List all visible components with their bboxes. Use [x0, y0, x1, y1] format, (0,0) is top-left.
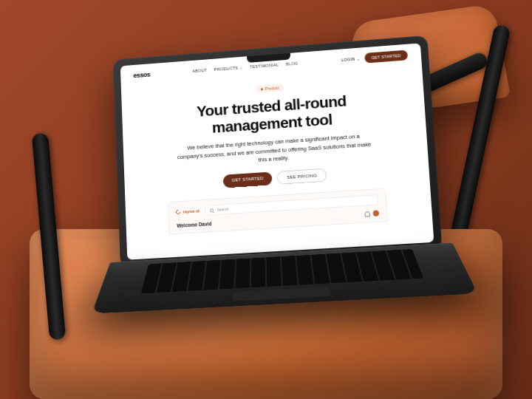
laptop: essos ABOUT PRODUCTS⌄ TESTIMONIAL BLOG L…: [113, 35, 448, 345]
see-pricing-button[interactable]: SEE PRICING: [277, 168, 327, 185]
nav-link-products[interactable]: PRODUCTS⌄: [214, 65, 243, 72]
product-badge: Product: [256, 83, 284, 93]
badge-dot-icon: [261, 88, 263, 90]
subheadline: We believe that the right technology can…: [175, 132, 374, 169]
nav-link-blog[interactable]: BLOG: [286, 61, 299, 66]
search-icon: [211, 208, 214, 212]
dashboard-preview: rayna ui Search Welcome David: [168, 188, 387, 235]
chevron-down-icon: ⌄: [239, 65, 242, 69]
laptop-screen: essos ABOUT PRODUCTS⌄ TESTIMONIAL BLOG L…: [120, 43, 434, 259]
badge-label: Product: [265, 86, 279, 91]
login-link[interactable]: LOGIN ⌄: [341, 56, 360, 62]
chevron-down-icon: ⌄: [356, 56, 360, 61]
nav-link-testimonial[interactable]: TESTIMONIAL: [250, 63, 279, 69]
hero-buttons: GET STARTED SEE PRICING: [222, 168, 327, 188]
get-started-button[interactable]: GET STARTED: [364, 50, 408, 64]
welcome-text: Welcome David: [177, 221, 211, 228]
nav-links: ABOUT PRODUCTS⌄ TESTIMONIAL BLOG: [192, 61, 298, 74]
nav-link-about[interactable]: ABOUT: [192, 68, 207, 73]
rayna-logo-icon: [175, 209, 181, 215]
dashboard-brand: rayna ui: [176, 208, 200, 214]
brand-logo[interactable]: essos: [133, 71, 150, 79]
avatar[interactable]: [372, 210, 379, 216]
bell-icon[interactable]: [364, 211, 370, 216]
laptop-screen-bezel: essos ABOUT PRODUCTS⌄ TESTIMONIAL BLOG L…: [113, 35, 442, 267]
website-page: essos ABOUT PRODUCTS⌄ TESTIMONIAL BLOG L…: [120, 43, 434, 259]
get-started-button[interactable]: GET STARTED: [222, 171, 273, 188]
hero-section: Product Your trusted all-round managemen…: [121, 65, 434, 260]
headline: Your trusted all-round management tool: [197, 92, 348, 137]
nav-right: LOGIN ⌄ GET STARTED: [341, 50, 408, 65]
